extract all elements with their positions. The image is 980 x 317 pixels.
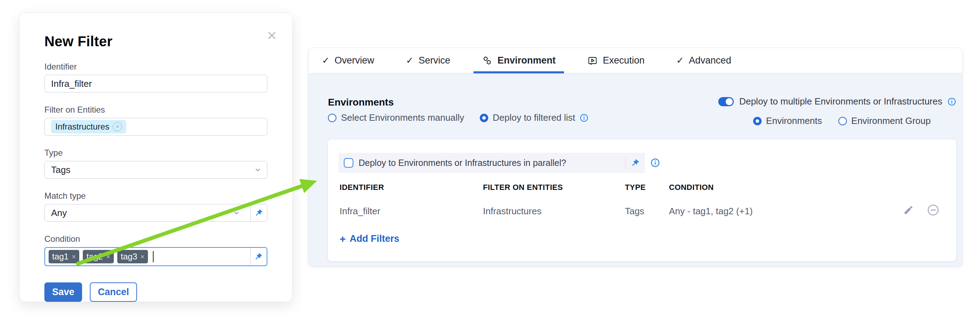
- check-icon: ✓: [406, 55, 414, 66]
- radio-label: Environments: [766, 115, 822, 126]
- tab-label: Advanced: [689, 55, 731, 66]
- radio-unselected-icon[interactable]: [838, 117, 847, 125]
- type-value: Tags: [51, 165, 70, 175]
- add-filters-label: Add Filters: [350, 233, 399, 244]
- radio-label: Environment Group: [851, 115, 931, 126]
- column-header: CONDITION: [669, 183, 900, 192]
- tag-remove-icon[interactable]: ×: [72, 253, 76, 260]
- filters-card: Deploy to Environments or Infrastructure…: [328, 139, 956, 261]
- stage-config-panel: ✓ Overview ✓ Service Environment: [308, 48, 963, 267]
- tag-remove-icon[interactable]: ×: [140, 253, 145, 260]
- radio-environments[interactable]: Environments: [753, 115, 822, 126]
- condition-tag: tag2 ×: [83, 250, 113, 264]
- radio-environment-group[interactable]: Environment Group: [838, 115, 931, 126]
- column-header: IDENTIFIER: [340, 183, 483, 192]
- condition-tag: tag1 ×: [49, 250, 79, 264]
- condition-group: Condition tag1 × tag2 × tag3 ×: [45, 234, 267, 266]
- pin-icon: [255, 208, 264, 218]
- cell-type: Tags: [625, 206, 669, 217]
- edit-filter-button[interactable]: [903, 205, 914, 215]
- parallel-label: Deploy to Environments or Infrastructure…: [359, 158, 566, 168]
- info-icon[interactable]: [651, 158, 660, 167]
- minus-circle-icon: [927, 204, 939, 216]
- text-cursor: [153, 251, 154, 262]
- tab-environment[interactable]: Environment: [476, 48, 562, 74]
- tab-service[interactable]: ✓ Service: [399, 48, 457, 74]
- radio-label: Deploy to filtered list: [493, 112, 575, 123]
- radio-unselected-icon[interactable]: [328, 114, 336, 122]
- column-header: TYPE: [625, 183, 669, 192]
- execution-icon: [587, 55, 598, 66]
- radio-select-environments-manually[interactable]: Select Environments manually: [328, 112, 464, 123]
- filter-on-entities-group: Filter on Entities Infrastructures ×: [45, 105, 267, 136]
- filters-table-header: IDENTIFIER FILTER ON ENTITIES TYPE CONDI…: [340, 183, 900, 192]
- cell-filter-on-entities: Infrastructures: [483, 206, 625, 217]
- identifier-value: Infra_filter: [51, 78, 92, 89]
- pin-icon: [630, 158, 640, 168]
- remove-filter-button[interactable]: [927, 204, 939, 216]
- radio-selected-icon[interactable]: [753, 117, 762, 125]
- infrastructures-chip: Infrastructures ×: [51, 120, 126, 133]
- tab-label: Service: [418, 55, 450, 66]
- environments-heading: Environments: [328, 97, 394, 108]
- match-type-label: Match type: [45, 191, 267, 201]
- cancel-button[interactable]: Cancel: [90, 282, 137, 302]
- stage-tabbar: ✓ Overview ✓ Service Environment: [309, 48, 963, 74]
- pencil-icon: [903, 205, 914, 215]
- check-icon: ✓: [676, 55, 684, 66]
- chip-remove-icon[interactable]: ×: [113, 122, 122, 131]
- radio-label: Select Environments manually: [341, 112, 464, 123]
- tag-remove-icon[interactable]: ×: [106, 253, 110, 260]
- info-icon[interactable]: [948, 98, 956, 106]
- radio-selected-icon[interactable]: [480, 114, 488, 122]
- match-type-select[interactable]: Any: [45, 204, 267, 222]
- tag-label: tag1: [52, 252, 69, 262]
- add-filters-button[interactable]: + Add Filters: [340, 233, 399, 244]
- tab-label: Overview: [335, 55, 374, 66]
- environment-tab-content: Environments Select Environments manuall…: [309, 74, 963, 266]
- cell-identifier: Infra_filter: [340, 206, 483, 217]
- chevron-down-icon: [254, 166, 262, 174]
- new-filter-modal: × New Filter Identifier Infra_filter Fil…: [19, 13, 293, 302]
- radio-deploy-to-filtered-list[interactable]: Deploy to filtered list: [480, 112, 588, 123]
- info-icon[interactable]: [580, 114, 588, 122]
- filter-on-entities-label: Filter on Entities: [45, 105, 267, 115]
- tab-execution[interactable]: Execution: [581, 48, 651, 74]
- type-label: Type: [45, 148, 267, 158]
- condition-label: Condition: [45, 234, 267, 244]
- tag-label: tag3: [121, 252, 137, 262]
- identifier-group: Identifier Infra_filter: [45, 62, 267, 93]
- cell-condition: Any - tag1, tag2 (+1): [669, 206, 900, 217]
- parallel-pin-button[interactable]: [630, 158, 640, 168]
- toggle-knob: [725, 98, 733, 105]
- condition-input[interactable]: tag1 × tag2 × tag3 ×: [45, 247, 267, 266]
- toggle-on[interactable]: [718, 97, 734, 106]
- type-select[interactable]: Tags: [45, 161, 267, 179]
- table-row: Infra_filter Infrastructures Tags Any - …: [340, 206, 900, 217]
- condition-tag: tag3 ×: [117, 250, 148, 264]
- save-button[interactable]: Save: [45, 282, 82, 302]
- filter-on-entities-input[interactable]: Infrastructures ×: [45, 118, 267, 136]
- condition-pin-button[interactable]: [250, 248, 267, 266]
- type-group: Type Tags: [45, 148, 267, 179]
- check-icon: ✓: [322, 55, 330, 66]
- tab-advanced[interactable]: ✓ Advanced: [670, 48, 738, 74]
- tag-label: tag2: [86, 252, 103, 262]
- modal-title: New Filter: [45, 34, 267, 50]
- parallel-option-bar: Deploy to Environments or Infrastructure…: [339, 153, 645, 173]
- close-icon[interactable]: ×: [267, 27, 277, 43]
- chevron-down-icon: [232, 209, 240, 217]
- match-type-pin-button[interactable]: [250, 204, 267, 221]
- pin-icon: [254, 252, 263, 261]
- tab-label: Environment: [497, 55, 555, 66]
- infrastructures-chip-label: Infrastructures: [55, 122, 109, 132]
- identifier-input[interactable]: Infra_filter: [45, 75, 267, 93]
- environment-icon: [482, 55, 492, 66]
- match-type-group: Match type Any: [45, 191, 267, 222]
- deploy-multiple-toggle-row: Deploy to multiple Environments or Infra…: [718, 96, 956, 107]
- plus-icon: +: [340, 234, 346, 244]
- tab-overview[interactable]: ✓ Overview: [316, 48, 380, 74]
- parallel-checkbox[interactable]: [344, 158, 353, 168]
- tab-label: Execution: [603, 55, 644, 66]
- toggle-label: Deploy to multiple Environments or Infra…: [739, 96, 942, 107]
